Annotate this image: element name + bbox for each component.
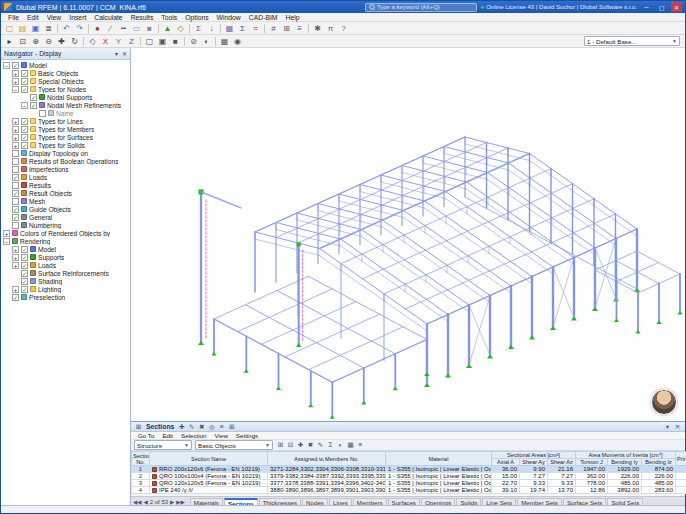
- edit-section-icon[interactable]: ✎: [187, 423, 196, 431]
- numbering-icon[interactable]: #: [267, 23, 280, 34]
- menu-item-calculate[interactable]: Calculate: [90, 14, 126, 21]
- visibility-checkbox[interactable]: [12, 150, 19, 157]
- tree-item-shading[interactable]: ✓Shading: [1, 277, 130, 285]
- open-file-icon[interactable]: ▤: [16, 23, 29, 34]
- col-header-bending-iy[interactable]: Bending Iy: [608, 459, 642, 466]
- model-3d-viewport[interactable]: [131, 48, 685, 421]
- col-header-material[interactable]: Material: [386, 452, 492, 466]
- expander-icon[interactable]: +: [12, 134, 19, 141]
- settings-icon[interactable]: ✱: [311, 23, 324, 34]
- collapse-all-icon[interactable]: ⊟: [286, 441, 295, 449]
- col-header-shear-az[interactable]: Shear Az: [548, 459, 576, 466]
- tree-item-types-for-lines[interactable]: +✓Types for Lines: [1, 117, 130, 125]
- visibility-combo[interactable]: 1 - Default Base...▼: [584, 36, 680, 46]
- load-case-icon[interactable]: Σ: [192, 23, 205, 34]
- delete-row-icon[interactable]: ✖: [306, 441, 315, 449]
- menu-item-settings[interactable]: Settings: [232, 432, 262, 439]
- visibility-checkbox[interactable]: [12, 182, 19, 189]
- table-row[interactable]: 2QRO 100x100x4 (Ferona - EN 10219)3379-3…: [132, 473, 686, 480]
- sum-icon[interactable]: Σ: [326, 441, 335, 449]
- col-header-members[interactable]: Assigned to Members No.: [268, 452, 386, 466]
- hinge-icon[interactable]: ◇: [174, 23, 187, 34]
- expander-icon[interactable]: −: [3, 238, 10, 245]
- menu-item-insert[interactable]: Insert: [65, 14, 90, 21]
- mesh-icon[interactable]: ▦: [223, 23, 236, 34]
- list-view-icon[interactable]: ≡: [356, 441, 365, 449]
- visibility-checkbox[interactable]: ✓: [21, 78, 28, 85]
- tree-item-preselection[interactable]: ✓Preselection: [1, 293, 130, 301]
- view-z-icon[interactable]: Z: [125, 36, 138, 47]
- col-header-section-no[interactable]: Section No.: [132, 452, 150, 466]
- visibility-checkbox[interactable]: ✓: [12, 190, 19, 197]
- expander-icon[interactable]: +: [12, 142, 19, 149]
- visibility-checkbox[interactable]: ✓: [12, 174, 19, 181]
- menu-item-tools[interactable]: Tools: [157, 14, 181, 21]
- tree-item-supports[interactable]: +✓Supports: [1, 253, 130, 261]
- expand-all-icon[interactable]: ⊞: [276, 441, 285, 449]
- surface-icon[interactable]: ▭: [130, 23, 143, 34]
- zoom-in-icon[interactable]: ⊕: [29, 36, 42, 47]
- tree-item-colors-of-rendered-objects-by[interactable]: +Colors of Rendered Objects by: [1, 229, 130, 237]
- menu-item-go-to[interactable]: Go To: [134, 432, 158, 439]
- dock-panel-icon[interactable]: ▾: [663, 423, 672, 431]
- zoom-window-icon[interactable]: ⊡: [16, 36, 29, 47]
- visibility-icon[interactable]: ◐: [200, 36, 213, 47]
- table-group-combo[interactable]: Basic Objects▼: [195, 440, 273, 450]
- pin-icon[interactable]: ▾: [115, 50, 118, 57]
- tree-item-results[interactable]: Results: [1, 181, 130, 189]
- grid-icon[interactable]: ▦: [218, 36, 231, 47]
- visibility-checkbox[interactable]: ✓: [21, 278, 28, 285]
- shaded-mode-icon[interactable]: ▣: [156, 36, 169, 47]
- user-avatar[interactable]: [651, 389, 677, 415]
- col-header-principal[interactable]: Princi...: [676, 452, 686, 466]
- tree-item-types-for-surfaces[interactable]: +✓Types for Surfaces: [1, 133, 130, 141]
- table-icon[interactable]: ⊞: [280, 23, 293, 34]
- tree-item-mesh[interactable]: Mesh: [1, 197, 130, 205]
- tree-item-model[interactable]: −✓Model: [1, 61, 130, 69]
- search-icon[interactable]: ◎: [207, 423, 216, 431]
- col-header-torsion-j[interactable]: Torsion J: [576, 459, 608, 466]
- visibility-checkbox[interactable]: [12, 222, 19, 229]
- tree-item-lighting[interactable]: +✓Lighting: [1, 285, 130, 293]
- expander-icon[interactable]: +: [12, 246, 19, 253]
- menu-item-edit[interactable]: Edit: [158, 432, 177, 439]
- visibility-checkbox[interactable]: ✓: [21, 134, 28, 141]
- export-table-icon[interactable]: ⊞: [227, 423, 236, 431]
- visibility-checkbox[interactable]: ✓: [21, 254, 28, 261]
- tree-item-types-for-solids[interactable]: +✓Types for Solids: [1, 141, 130, 149]
- expander-icon[interactable]: +: [12, 286, 19, 293]
- tree-item-basic-objects[interactable]: +✓Basic Objects: [1, 69, 130, 77]
- expander-icon[interactable]: +: [12, 70, 19, 77]
- new-file-icon[interactable]: ▢: [3, 23, 16, 34]
- menu-item-help[interactable]: Help: [282, 14, 304, 21]
- new-section-icon[interactable]: ✚: [177, 423, 186, 431]
- tree-item-surface-reinforcements[interactable]: ✓Surface Reinforcements: [1, 269, 130, 277]
- edit-row-icon[interactable]: ✎: [316, 441, 325, 449]
- expander-icon[interactable]: −: [21, 102, 28, 109]
- menu-item-view[interactable]: View: [43, 14, 66, 21]
- expander-icon[interactable]: −: [12, 86, 19, 93]
- tree-item-types-for-members[interactable]: +✓Types for Members: [1, 125, 130, 133]
- support-icon[interactable]: ▲: [161, 23, 174, 34]
- visibility-checkbox[interactable]: [12, 158, 19, 165]
- menu-item-view[interactable]: View: [211, 432, 232, 439]
- menu-item-file[interactable]: File: [4, 14, 23, 21]
- solid-icon[interactable]: ■: [143, 23, 156, 34]
- structure-combo[interactable]: Structure▼: [134, 440, 192, 450]
- snap-icon[interactable]: ◉: [231, 36, 244, 47]
- visibility-checkbox[interactable]: ✓: [12, 206, 19, 213]
- visibility-checkbox[interactable]: ✓: [21, 126, 28, 133]
- undo-icon[interactable]: ↶: [60, 23, 73, 34]
- visibility-checkbox[interactable]: ✓: [21, 262, 28, 269]
- tree-item-loads[interactable]: +✓Loads: [1, 261, 130, 269]
- select-icon[interactable]: ▸: [3, 36, 16, 47]
- tree-item-display-topology-on[interactable]: Display Topology on: [1, 149, 130, 157]
- tree-item-types-for-nodes[interactable]: −✓Types for Nodes: [1, 85, 130, 93]
- col-header-bending-iz[interactable]: Bending Iz: [642, 459, 676, 466]
- results-icon[interactable]: ≈: [249, 23, 262, 34]
- tree-item-result-objects[interactable]: ✓Result Objects: [1, 189, 130, 197]
- load-icon[interactable]: ↓: [205, 23, 218, 34]
- tree-item-nodal-supports[interactable]: ✓Nodal Supports: [1, 93, 130, 101]
- tree-item-special-objects[interactable]: +✓Special Objects: [1, 77, 130, 85]
- calculate-icon[interactable]: Σ: [236, 23, 249, 34]
